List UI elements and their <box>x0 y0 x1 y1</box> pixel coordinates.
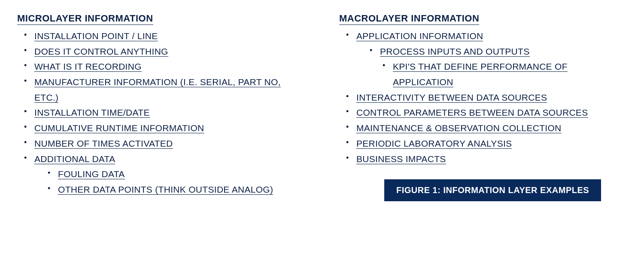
left-column: MICROLAYER INFORMATION INSTALLATION POIN… <box>17 13 305 201</box>
list-item: MAINTENANCE & OBSERVATION COLLECTION <box>356 120 627 136</box>
sub-list: KPI'S THAT DEFINE PERFORMANCE OF APPLICA… <box>380 59 627 89</box>
list-item-text: CONTROL PARAMETERS BETWEEN DATA SOURCES <box>356 108 588 118</box>
list-item: FOULING DATA <box>58 166 305 182</box>
sub-list: PROCESS INPUTS AND OUTPUTSKPI'S THAT DEF… <box>356 44 627 90</box>
list-item-text: MAINTENANCE & OBSERVATION COLLECTION <box>356 123 562 133</box>
list-item-text: PERIODIC LABORATORY ANALYSIS <box>356 138 512 149</box>
list-item: DOES IT CONTROL ANYTHING <box>34 44 305 59</box>
left-heading: MICROLAYER INFORMATION <box>17 13 153 25</box>
right-heading: MACROLAYER INFORMATION <box>339 13 479 25</box>
list-item: PERIODIC LABORATORY ANALYSIS <box>356 136 627 151</box>
list-item: INSTALLATION POINT / LINE <box>34 28 305 44</box>
list-item-text: WHAT IS IT RECORDING <box>34 61 142 72</box>
list-item: APPLICATION INFORMATIONPROCESS INPUTS AN… <box>356 28 627 90</box>
right-list: APPLICATION INFORMATIONPROCESS INPUTS AN… <box>339 28 627 166</box>
list-item: NUMBER OF TIMES ACTIVATED <box>34 136 305 151</box>
list-item: CONTROL PARAMETERS BETWEEN DATA SOURCES <box>356 105 627 120</box>
list-item: OTHER DATA POINTS (THINK OUTSIDE ANALOG) <box>58 182 305 197</box>
list-item-text: INSTALLATION TIME/DATE <box>34 108 150 118</box>
list-item-text: NUMBER OF TIMES ACTIVATED <box>34 138 173 149</box>
list-item-text: DOES IT CONTROL ANYTHING <box>34 46 168 57</box>
list-item-text: APPLICATION INFORMATION <box>356 31 483 41</box>
two-column-layout: MICROLAYER INFORMATION INSTALLATION POIN… <box>17 13 627 201</box>
sub-list: FOULING DATAOTHER DATA POINTS (THINK OUT… <box>34 166 305 197</box>
list-item: PROCESS INPUTS AND OUTPUTSKPI'S THAT DEF… <box>380 44 627 90</box>
list-item: BUSINESS IMPACTS <box>356 151 627 167</box>
figure-caption: FIGURE 1: INFORMATION LAYER EXAMPLES <box>384 179 601 201</box>
list-item: INSTALLATION TIME/DATE <box>34 105 305 120</box>
list-item: CUMULATIVE RUNTIME INFORMATION <box>34 120 305 136</box>
list-item-text: INTERACTIVITY BETWEEN DATA SOURCES <box>356 92 547 103</box>
list-item-text: FOULING DATA <box>58 169 125 179</box>
list-item-text: OTHER DATA POINTS (THINK OUTSIDE ANALOG) <box>58 184 273 195</box>
list-item-text: ADDITIONAL DATA <box>34 154 115 164</box>
list-item: KPI'S THAT DEFINE PERFORMANCE OF APPLICA… <box>393 59 627 89</box>
list-item: WHAT IS IT RECORDING <box>34 59 305 74</box>
list-item: INTERACTIVITY BETWEEN DATA SOURCES <box>356 90 627 105</box>
list-item: ADDITIONAL DATAFOULING DATAOTHER DATA PO… <box>34 151 305 197</box>
list-item-text: KPI'S THAT DEFINE PERFORMANCE OF APPLICA… <box>393 61 568 87</box>
list-item-text: BUSINESS IMPACTS <box>356 154 446 164</box>
list-item-text: CUMULATIVE RUNTIME INFORMATION <box>34 123 204 133</box>
left-list: INSTALLATION POINT / LINEDOES IT CONTROL… <box>17 28 305 197</box>
right-column: MACROLAYER INFORMATION APPLICATION INFOR… <box>339 13 627 201</box>
list-item-text: MANUFACTURER INFORMATION (I.E. SERIAL, P… <box>34 77 281 103</box>
list-item-text: INSTALLATION POINT / LINE <box>34 31 158 41</box>
list-item: MANUFACTURER INFORMATION (I.E. SERIAL, P… <box>34 74 305 105</box>
list-item-text: PROCESS INPUTS AND OUTPUTS <box>380 46 530 57</box>
